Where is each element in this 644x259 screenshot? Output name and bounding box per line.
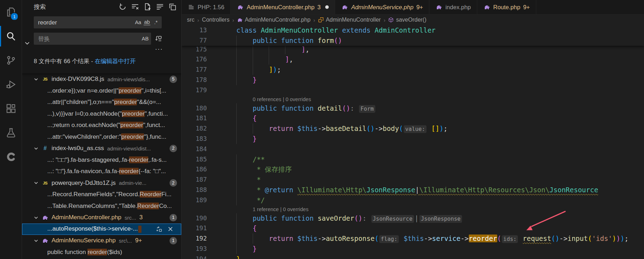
codelens[interactable]: 0 references | 0 overrides — [182, 95, 644, 103]
line-content: ]); — [207, 65, 281, 75]
code-line-187[interactable]: 187 * — [182, 175, 644, 185]
twistie-chevron-icon[interactable] — [33, 145, 39, 151]
code-line-194[interactable]: 194} — [182, 254, 644, 259]
search-result-match[interactable]: public function reorder($ids) — [22, 247, 181, 258]
file-path: admin-views\dist... — [107, 145, 151, 151]
activity-item-explorer[interactable]: 1 — [0, 0, 22, 24]
code-line-191[interactable]: 191{ — [182, 223, 644, 233]
search-result-match[interactable]: ...Record.RenameFields","Record.ReorderF… — [22, 189, 181, 200]
search-result-file[interactable]: AdminMenuController.phpsrc...31 — [22, 212, 181, 224]
search-result-match[interactable]: ...attr||"children"],o;n==="preorder"&&(… — [22, 97, 181, 108]
close-icon[interactable] — [167, 226, 173, 232]
breadcrumb-separator: › — [232, 17, 234, 23]
breadcrumb-item[interactable]: AdminMenuController — [318, 17, 381, 23]
refresh-icon[interactable] — [119, 3, 127, 11]
code-line-190[interactable]: 190public function saveOrder(): JsonReso… — [182, 213, 644, 224]
breadcrumb-item[interactable]: AdminMenuController.php — [237, 17, 311, 23]
search-input[interactable] — [37, 19, 134, 26]
search-result-file[interactable]: JSpowerquery-DdJtto1Z.jsadmin-vie...2 — [22, 177, 181, 189]
twistie-chevron-icon[interactable] — [33, 76, 39, 82]
code-line-192[interactable]: 192return $this->autoResponse(flag: $thi… — [182, 233, 644, 244]
search-result-file[interactable]: JSindex-DVK099C8.jsadmin-views\dis...5 — [22, 73, 181, 85]
replace-icon[interactable] — [156, 226, 162, 232]
twistie-chevron-icon[interactable] — [33, 215, 39, 221]
activity-item-source-control[interactable] — [0, 48, 22, 72]
code-line-188[interactable]: 188 * @return \Illuminate\Http\JsonRespo… — [182, 185, 644, 195]
activity-item-extension-c[interactable] — [0, 145, 22, 169]
code-line-77[interactable]: 77public function form() — [182, 35, 644, 46]
search-result-match[interactable]: ...attr:"viewChildren",order:"preorder"}… — [22, 131, 181, 143]
breadcrumb-item[interactable]: saveOrder() — [388, 17, 426, 23]
code-line-13[interactable]: 13class AdminMenuController extends Admi… — [182, 25, 644, 35]
activity-item-run-and-debug[interactable] — [0, 72, 22, 97]
preserve-case-icon[interactable]: AB — [141, 34, 150, 43]
search-result-match[interactable]: ...order:e});var n=e.order||"preorder",i… — [22, 85, 181, 97]
code-line-175[interactable]: 175], — [182, 44, 644, 55]
search-box: Aaab.* — [34, 16, 162, 28]
css-icon: # — [42, 145, 49, 152]
breadcrumb-item[interactable]: Controllers — [202, 17, 229, 23]
line-number: 177 — [182, 65, 207, 75]
activity-item-extensions[interactable] — [0, 97, 22, 121]
match-case-icon[interactable]: Aa — [134, 18, 143, 27]
code-line-183[interactable]: 183} — [182, 134, 644, 144]
line-number: 183 — [182, 134, 207, 144]
line-content: public function detail(): Form — [207, 103, 376, 114]
line-content: /** — [207, 154, 265, 165]
tab-adminmenuservice.php[interactable]: AdminMenuService.php9+ — [335, 0, 429, 14]
new-search-editor-icon[interactable] — [144, 3, 151, 11]
code-line-189[interactable]: 189 */ — [182, 195, 644, 205]
line-content: * — [207, 175, 261, 185]
code-line-193[interactable]: 193} — [182, 244, 644, 254]
unsaved-dot-icon[interactable] — [325, 5, 329, 9]
whole-word-icon[interactable]: ab — [143, 18, 151, 27]
search-result-file[interactable]: AdminMenuService.phpsrc\...9+1 — [22, 235, 181, 247]
codelens[interactable]: 1 reference | 0 overrides — [182, 205, 644, 213]
tab-php-1.56[interactable]: PHP: 1.56 — [182, 0, 231, 14]
line-content: } — [207, 75, 257, 85]
code-line-182[interactable]: 182return $this->baseDetail()->body(valu… — [182, 123, 644, 134]
code-line-181[interactable]: 181{ — [182, 113, 644, 123]
code-line-176[interactable]: 176], — [182, 54, 644, 65]
code-line-185[interactable]: 185/** — [182, 154, 644, 165]
code-line-186[interactable]: 186 * 保存排序 — [182, 164, 644, 175]
open-in-editor-link[interactable]: 在编辑器中打开 — [95, 58, 136, 64]
line-content: return $this->autoResponse(flag: $this->… — [207, 233, 628, 244]
activity-item-search[interactable] — [0, 24, 22, 48]
code-line-178[interactable]: 178} — [182, 75, 644, 85]
tab-route.php[interactable]: Route.php9+ — [477, 0, 536, 14]
code-line-177[interactable]: 177]); — [182, 65, 644, 75]
search-result-match[interactable]: ...),v)}}var l=0;o.eachNode("preorder",f… — [22, 108, 181, 120]
search-sidebar: 搜索 Aaab.* AB ··· 8 文件 — [22, 0, 182, 259]
toggle-replace-chevron-icon[interactable] — [24, 40, 31, 46]
replace-all-icon[interactable] — [154, 34, 163, 43]
tab-index.php[interactable]: index.php — [429, 0, 477, 14]
clear-results-icon[interactable] — [131, 3, 139, 11]
collapse-icon[interactable] — [156, 3, 164, 11]
breadcrumb-separator: › — [383, 17, 385, 23]
breadcrumb-separator: › — [313, 17, 315, 23]
twistie-chevron-icon[interactable] — [33, 238, 39, 244]
search-result-match[interactable]: ...autoResponse($this->service-... — [22, 224, 181, 235]
open-in-editor-icon[interactable] — [168, 3, 176, 11]
tab-label: PHP: 1.56 — [198, 4, 224, 11]
vscode-window: 1 搜索 Aaab.* AB ··· — [0, 0, 644, 259]
search-result-file[interactable]: #index-lws0u_as.cssadmin-views\dist...2 — [22, 143, 181, 154]
activity-item-testing[interactable] — [0, 121, 22, 145]
match-text: ...attr||"children"],o;n==="preorder"&&(… — [47, 99, 161, 106]
code-editor[interactable]: 13class AdminMenuController extends Admi… — [182, 25, 644, 259]
search-result-match[interactable]: ...Table.RenameColumns","Table.ReorderCo… — [22, 200, 181, 212]
breadcrumb-item[interactable]: src — [187, 17, 194, 23]
replace-input[interactable] — [37, 35, 141, 43]
search-result-match[interactable]: ...: "□□"}.fa-bars-staggered,.fa-reorder… — [22, 154, 181, 166]
code-line-179[interactable]: 179 — [182, 85, 644, 95]
search-result-match[interactable]: ...: "□"}.fa.fa-navicon,.fa.fa-reorder{-… — [22, 166, 181, 177]
search-result-match[interactable]: ...;return o.root.eachNode("preorder",fu… — [22, 120, 181, 131]
code-line-180[interactable]: 180public function detail(): Form — [182, 103, 644, 114]
code-line-184[interactable]: 184 — [182, 144, 644, 154]
tab-adminmenucontroller.php[interactable]: AdminMenuController.php3 — [231, 0, 335, 14]
toggle-search-details-icon[interactable]: ··· — [155, 45, 163, 53]
line-number: 194 — [182, 254, 207, 259]
twistie-chevron-icon[interactable] — [33, 180, 39, 186]
regex-icon[interactable]: .* — [151, 18, 160, 27]
